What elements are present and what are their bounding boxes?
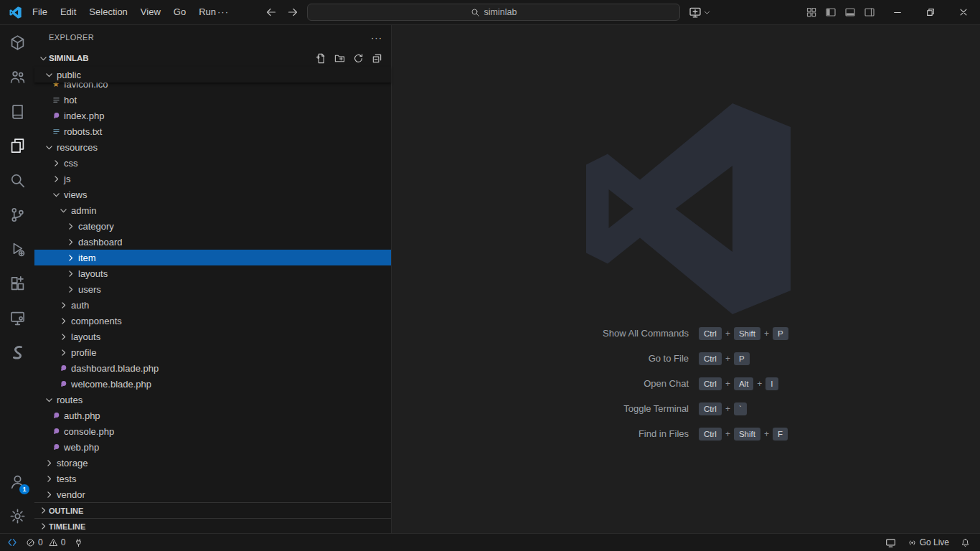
grid-layout-icon[interactable]	[805, 6, 817, 19]
shortcut-row: Toggle TerminalCtrl+`	[459, 396, 918, 421]
key-cap: F	[773, 428, 788, 441]
shortcut-label: Toggle Terminal	[459, 403, 689, 414]
tree-item-auth-php[interactable]: auth.php	[34, 408, 391, 423]
toggle-panel-icon[interactable]	[844, 6, 856, 19]
shortcut-label: Go to File	[459, 353, 689, 364]
menu-overflow-button[interactable]: ···	[211, 0, 235, 24]
sidebar-title: EXPLORER	[49, 33, 94, 42]
tree-item-robots-txt[interactable]: robots.txt	[34, 123, 391, 139]
timeline-section-header[interactable]: TIMELINE	[34, 518, 391, 534]
activity-item-accounts[interactable]: 1	[0, 464, 34, 499]
tree-item-admin[interactable]: admin	[34, 202, 391, 218]
remote-indicator-button[interactable]	[7, 537, 17, 547]
explorer-actions	[314, 51, 391, 65]
activity-item-run-debug[interactable]	[0, 232, 34, 266]
tree-item-hot[interactable]: hot	[34, 92, 391, 108]
layout-dropdown-button[interactable]	[686, 4, 714, 21]
ports-button[interactable]	[74, 538, 83, 547]
tree-item-category[interactable]: category	[34, 218, 391, 234]
tree-item-resources[interactable]: resources	[34, 139, 391, 155]
tree-item-index-php[interactable]: index.php	[34, 108, 391, 123]
tree-item-js[interactable]: js	[34, 171, 391, 187]
minimize-button[interactable]	[881, 0, 914, 24]
tree-item-profile[interactable]: profile	[34, 344, 391, 360]
activity-item-docs[interactable]	[0, 94, 34, 128]
new-folder-button[interactable]	[332, 51, 347, 65]
key-separator: +	[725, 379, 730, 389]
menu-go[interactable]: Go	[167, 0, 192, 24]
explorer-more-actions-button[interactable]: ···	[371, 32, 382, 43]
problems-button[interactable]: 0 0	[26, 537, 65, 547]
menubar: FileEditSelectionViewGoRun	[26, 0, 222, 24]
notifications-button[interactable]	[961, 538, 970, 547]
menu-edit[interactable]: Edit	[54, 0, 83, 24]
tree-item-item[interactable]: item	[34, 250, 391, 265]
explorer-section-header[interactable]: SIMINLAB	[34, 50, 391, 66]
tree-item-users[interactable]: users	[34, 281, 391, 297]
accounts-badge: 1	[19, 484, 29, 494]
activity-item-explorer[interactable]	[0, 128, 34, 163]
menu-view[interactable]: View	[134, 0, 167, 24]
new-file-button[interactable]	[314, 51, 328, 65]
tree-item-storage[interactable]: storage	[34, 455, 391, 471]
tree-item-label: layouts	[78, 268, 108, 279]
vscode-window: FileEditSelectionViewGoRun ··· siminlab	[0, 0, 980, 551]
extensions-icon	[9, 276, 26, 292]
go-live-label: Go Live	[920, 537, 949, 547]
activity-item-package[interactable]	[0, 25, 34, 60]
key-separator: +	[725, 354, 730, 364]
toggle-secondary-sidebar-icon[interactable]	[863, 6, 875, 19]
tree-item-routes[interactable]: routes	[34, 392, 391, 408]
php-file-icon	[52, 427, 61, 436]
settings-gear-icon	[9, 508, 26, 524]
chevron-right-icon	[43, 473, 55, 484]
key-cap: Ctrl	[699, 327, 722, 340]
toggle-primary-sidebar-icon[interactable]	[824, 6, 837, 19]
tree-item-auth[interactable]: auth	[34, 297, 391, 313]
activity-item-organization[interactable]	[0, 60, 34, 94]
file-tree: public★favicon.icohotindex.phprobots.txt…	[34, 67, 391, 502]
tree-item-vendor[interactable]: vendor	[34, 486, 391, 502]
tree-item-dashboard[interactable]: dashboard	[34, 234, 391, 250]
tree-item-tests[interactable]: tests	[34, 471, 391, 486]
tree-item-web-php[interactable]: web.php	[34, 439, 391, 455]
tree-item-layouts[interactable]: layouts	[34, 329, 391, 344]
keyboard-shortcut-hints: Show All CommandsCtrl+Shift+PGo to FileC…	[459, 321, 918, 446]
collapse-folders-button[interactable]	[369, 51, 384, 65]
activity-item-source-control[interactable]	[0, 197, 34, 232]
tree-item-welcome-blade-php[interactable]: welcome.blade.php	[34, 376, 391, 392]
activity-item-settings[interactable]	[0, 499, 34, 533]
close-button[interactable]	[947, 0, 980, 24]
editor-area: Show All CommandsCtrl+Shift+PGo to FileC…	[392, 25, 980, 533]
bell-icon	[961, 538, 970, 547]
forward-button[interactable]	[286, 5, 300, 19]
shortcut-row: Open ChatCtrl+Alt+I	[459, 371, 918, 396]
tree-item-views[interactable]: views	[34, 187, 391, 202]
key-cap: Shift	[734, 327, 760, 340]
tree-item-css[interactable]: css	[34, 155, 391, 171]
outline-section-header[interactable]: OUTLINE	[34, 502, 391, 518]
back-button[interactable]	[264, 5, 278, 19]
screencast-button[interactable]	[885, 537, 896, 548]
activity-item-extensions[interactable]	[0, 266, 34, 301]
tree-item-layouts[interactable]: layouts	[34, 265, 391, 281]
search-icon	[9, 172, 26, 189]
tree-item-public[interactable]: public	[34, 67, 391, 83]
tree-item-dashboard-blade-php[interactable]: dashboard.blade.php	[34, 360, 391, 376]
restore-button[interactable]	[914, 0, 947, 24]
chevron-right-icon	[57, 299, 69, 311]
shortcut-keys: Ctrl+Shift+P	[699, 327, 788, 340]
menu-file[interactable]: File	[26, 0, 54, 24]
tree-item-console-php[interactable]: console.php	[34, 423, 391, 439]
chevron-right-icon	[65, 236, 76, 248]
tree-item-components[interactable]: components	[34, 313, 391, 329]
menu-selection[interactable]: Selection	[83, 0, 133, 24]
go-live-button[interactable]: Go Live	[908, 537, 949, 547]
activity-item-remote-explorer[interactable]	[0, 301, 34, 335]
search-box[interactable]: siminlab	[307, 4, 680, 21]
organization-icon	[9, 69, 26, 85]
shortcut-label: Find in Files	[459, 428, 689, 439]
refresh-button[interactable]	[351, 51, 365, 65]
activity-item-extension-swirl[interactable]	[0, 335, 34, 369]
activity-item-search[interactable]	[0, 163, 34, 197]
